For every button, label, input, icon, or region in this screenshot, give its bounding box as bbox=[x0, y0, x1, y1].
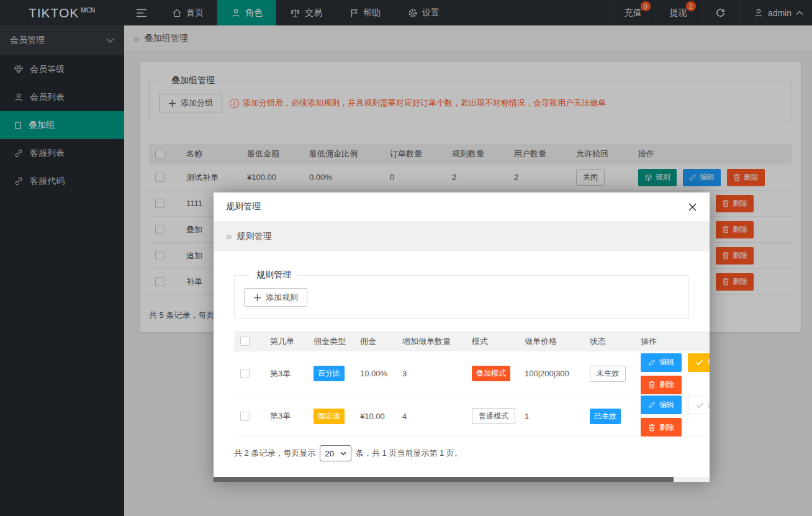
cell-order-no: 第3单 bbox=[264, 410, 307, 422]
mode-badge: 普通模式 bbox=[472, 408, 515, 424]
mode-badge: 叠加模式 bbox=[472, 366, 510, 381]
cell-commission: ¥10.00 bbox=[354, 412, 396, 421]
edit-button-label: 编辑 bbox=[659, 357, 674, 368]
check-icon bbox=[695, 359, 703, 366]
delete-button[interactable]: 删除 bbox=[641, 418, 682, 437]
col-header-status: 状态 bbox=[584, 336, 634, 347]
rule-panel-legend: 规则管理 bbox=[250, 269, 297, 281]
scrollbar-thumb[interactable] bbox=[214, 477, 674, 482]
delete-button-label: 删除 bbox=[659, 422, 674, 433]
rule-table-header: 第几单 佣金类型 佣金 增加做单数量 模式 做单价格 状态 操作 bbox=[234, 331, 710, 351]
add-rule-button[interactable]: 添加规则 bbox=[244, 288, 307, 307]
row-checkbox[interactable] bbox=[240, 412, 250, 421]
activate-button[interactable]: 生效 bbox=[688, 353, 710, 372]
col-header-order-no: 第几单 bbox=[264, 336, 307, 347]
table-row: 第3单 百分比 10.00% 3 叠加模式 100|200|300 未生效 编辑 bbox=[234, 351, 710, 396]
edit-button[interactable]: 编辑 bbox=[641, 396, 682, 414]
check-icon bbox=[696, 402, 704, 409]
commission-type-badge: 固定值 bbox=[314, 409, 345, 424]
col-header-commission: 佣金 bbox=[354, 336, 396, 347]
delete-button-label: 删除 bbox=[659, 379, 674, 390]
trash-icon bbox=[648, 423, 656, 432]
breadcrumb-chevrons-icon: » bbox=[226, 231, 232, 242]
delete-button[interactable]: 删除 bbox=[641, 376, 682, 394]
pagination-prefix: 共 2 条记录，每页显示 bbox=[234, 448, 315, 459]
pencil-icon bbox=[648, 401, 656, 409]
add-rule-label: 添加规则 bbox=[266, 292, 298, 303]
rule-management-modal: 规则管理 » 规则管理 规则管理 添加规则 第几单 佣金类型 bbox=[214, 192, 710, 482]
chevron-down-icon bbox=[340, 451, 346, 456]
page-size-value: 20 bbox=[325, 449, 333, 458]
activated-button-label: 已生效 bbox=[708, 400, 710, 410]
table-row: 第3单 固定值 ¥10.00 4 普通模式 1 已生效 编辑 bbox=[234, 396, 710, 437]
cell-price: 100|200|300 bbox=[518, 369, 584, 378]
horizontal-scrollbar[interactable] bbox=[214, 477, 710, 482]
edit-button-label: 编辑 bbox=[659, 400, 674, 410]
cell-price: 1 bbox=[518, 412, 584, 421]
plus-icon bbox=[253, 294, 261, 302]
cell-add-count: 3 bbox=[396, 369, 466, 378]
rule-table: 第几单 佣金类型 佣金 增加做单数量 模式 做单价格 状态 操作 第3单 百分比… bbox=[234, 331, 710, 437]
modal-breadcrumb: » 规则管理 bbox=[214, 221, 710, 251]
col-header-price: 做单价格 bbox=[518, 336, 584, 347]
status-badge: 未生效 bbox=[590, 366, 626, 382]
commission-type-badge: 百分比 bbox=[314, 366, 345, 381]
cell-commission: 10.00% bbox=[354, 369, 396, 378]
close-icon[interactable] bbox=[688, 202, 697, 212]
edit-button[interactable]: 编辑 bbox=[641, 353, 682, 372]
header-checkbox[interactable] bbox=[240, 337, 250, 346]
modal-titlebar: 规则管理 bbox=[214, 192, 710, 221]
col-header-mode: 模式 bbox=[466, 336, 518, 347]
cell-add-count: 4 bbox=[396, 412, 466, 421]
modal-title: 规则管理 bbox=[226, 201, 261, 212]
pencil-icon bbox=[648, 359, 656, 366]
row-checkbox[interactable] bbox=[240, 369, 250, 378]
trash-icon bbox=[648, 381, 656, 389]
cell-order-no: 第3单 bbox=[264, 368, 307, 379]
page-size-select[interactable]: 20 bbox=[320, 445, 351, 461]
activate-button-label: 生效 bbox=[707, 357, 710, 368]
col-header-actions: 操作 bbox=[634, 336, 710, 347]
pagination-suffix: 条，共 1 页当前显示第 1 页。 bbox=[356, 448, 462, 459]
col-header-add-count: 增加做单数量 bbox=[396, 336, 466, 347]
modal-breadcrumb-label: 规则管理 bbox=[237, 231, 271, 242]
activated-button-disabled: 已生效 bbox=[688, 396, 710, 414]
modal-body: 规则管理 添加规则 第几单 佣金类型 佣金 增加做单数量 模式 做单价格 状态 bbox=[214, 251, 710, 482]
status-badge: 已生效 bbox=[590, 409, 621, 424]
col-header-commission-type: 佣金类型 bbox=[307, 336, 354, 347]
rule-table-pagination: 共 2 条记录，每页显示 20 条，共 1 页当前显示第 1 页。 bbox=[234, 445, 710, 461]
rule-panel: 规则管理 添加规则 bbox=[234, 269, 689, 319]
